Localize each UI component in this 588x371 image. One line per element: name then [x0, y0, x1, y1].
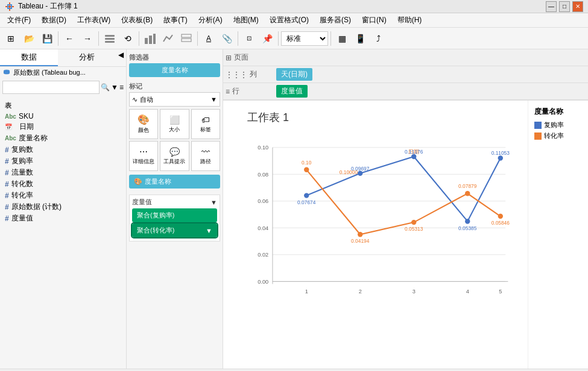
rows-chip[interactable]: 度量值 [276, 85, 308, 98]
window-controls: — □ ✕ [546, 1, 583, 12]
tab-data[interactable]: 数据 [0, 49, 58, 66]
point-repurchase-3[interactable] [411, 154, 416, 159]
view-dropdown[interactable]: 标准 整个视图 [281, 31, 328, 46]
forward-button[interactable]: → [79, 30, 96, 47]
filter-icon[interactable]: ▼ [111, 83, 118, 92]
marks-size-btn[interactable]: ⬜ 大小 [160, 109, 189, 139]
marks-label-btn[interactable]: 🏷 标签 [191, 109, 220, 139]
svg-rect-6 [105, 35, 115, 37]
bar-chart-button[interactable] [142, 30, 159, 47]
share-btn[interactable]: ⤴ [370, 30, 387, 47]
show-me-button[interactable] [160, 30, 177, 47]
search-input[interactable] [2, 81, 100, 94]
point-conversion-1[interactable] [304, 167, 309, 172]
legend-item-conversion[interactable]: 转化率 [534, 131, 582, 140]
point-conversion-3[interactable] [411, 220, 416, 225]
close-button[interactable]: ✕ [572, 1, 583, 12]
save-button[interactable]: 💾 [39, 30, 55, 47]
back-button[interactable]: ← [61, 30, 78, 47]
right-panel: ⊞ 页面 ⋮⋮⋮ 列 天(日期) ≡ 行 度量值 [223, 49, 588, 369]
degree-chip-conversion[interactable]: 聚合(转化率) ▼ [132, 223, 217, 237]
bottom-bar: 数据源 📊 📋 🗑 工作表 1 ▦ ⊞ ⊟ [0, 369, 588, 371]
format-button[interactable]: 📎 [218, 30, 235, 47]
svg-rect-8 [105, 41, 115, 43]
point-repurchase-2[interactable] [358, 170, 362, 175]
menu-file[interactable]: 文件(F) [2, 14, 36, 26]
columns-shelf-label: 列 [250, 69, 257, 80]
menu-analysis[interactable]: 分析(A) [194, 14, 227, 26]
columns-chip[interactable]: 天(日期) [276, 68, 312, 81]
point-conversion-4[interactable] [465, 191, 470, 196]
point-repurchase-1[interactable] [304, 193, 309, 198]
menu-help[interactable]: 帮助(H) [393, 14, 427, 26]
field-date[interactable]: 📅 日期 [5, 121, 121, 132]
svg-rect-13 [182, 39, 191, 42]
menu-worksheet[interactable]: 工作表(W) [72, 14, 115, 26]
marks-measure-chip[interactable]: 🎨 度量名称 [129, 175, 220, 189]
pin-button[interactable]: 📌 [259, 30, 276, 47]
highlight-button[interactable]: A [200, 30, 217, 47]
field-conversion-rate[interactable]: # 转化率 [5, 190, 121, 201]
marks-type-dropdown[interactable]: ∿ 自动 ▼ [129, 92, 220, 107]
menu-server[interactable]: 服务器(S) [315, 14, 356, 26]
svg-rect-9 [145, 38, 148, 44]
restore-button[interactable]: □ [559, 1, 570, 12]
columns-shelf-row: ⋮⋮⋮ 列 天(日期) [223, 66, 588, 83]
degree-chip-repurchase[interactable]: 聚合(复购率) [132, 208, 217, 222]
connect-button[interactable]: ⟲ [119, 30, 136, 47]
marks-path-btn[interactable]: 〰 路径 [191, 141, 220, 171]
svg-text:0.07674: 0.07674 [297, 199, 316, 205]
field-repurchase-rate[interactable]: # 复购率 [5, 155, 121, 167]
left-panel: 数据 分析 ◀ 原始数据 (Tableau bug... 🔍 ▼ ≡ 表 Abc [0, 49, 127, 369]
search-icon[interactable]: 🔍 [101, 83, 110, 92]
point-conversion-2[interactable] [358, 232, 362, 237]
field-measure-name[interactable]: Abc 度量名称 [5, 132, 121, 144]
point-conversion-5[interactable] [498, 214, 503, 219]
degree-expand-icon[interactable]: ▼ [210, 199, 217, 206]
fit-button[interactable]: ⊡ [241, 30, 258, 47]
menu-format[interactable]: 设置格式(O) [265, 14, 314, 26]
point-repurchase-5[interactable] [498, 155, 503, 160]
new-button[interactable]: ⊞ [2, 30, 19, 47]
filter-chip-measure-name[interactable]: 度量名称 [129, 63, 220, 77]
field-repurchase-count[interactable]: # 复购数 [5, 144, 121, 155]
marks-tooltip-btn[interactable]: 💬 工具提示 [160, 141, 189, 171]
field-measure-value[interactable]: # 度量值 [5, 213, 121, 224]
device-btn[interactable]: 📱 [352, 30, 368, 47]
tooltip-label: 工具提示 [163, 158, 185, 166]
field-raw-count[interactable]: # 原始数据 (计数) [5, 201, 121, 213]
field-traffic[interactable]: # 流量数 [5, 167, 121, 178]
menu-data[interactable]: 数据(D) [37, 14, 71, 26]
menu-window[interactable]: 窗口(N) [357, 14, 391, 26]
svg-text:5: 5 [499, 288, 502, 295]
legend-item-repurchase[interactable]: 复购率 [534, 120, 582, 129]
table-button[interactable] [178, 30, 195, 47]
degree-chip-arrow: ▼ [206, 227, 212, 234]
search-area: 🔍 ▼ ≡ [0, 78, 126, 96]
layout-icon[interactable]: ≡ [119, 83, 124, 92]
menu-story[interactable]: 故事(T) [159, 14, 192, 26]
collapse-left-btn[interactable]: ◀ [116, 49, 126, 66]
marks-section-title: 标记 [129, 82, 220, 91]
dashboard-btn[interactable]: ▦ [334, 30, 350, 47]
svg-text:0.06: 0.06 [258, 198, 268, 204]
page-icon: ⊞ [226, 54, 232, 62]
field-sku[interactable]: Abc SKU [5, 111, 121, 121]
menu-dashboard[interactable]: 仪表板(B) [116, 14, 157, 26]
path-icon: 〰 [201, 147, 210, 157]
svg-text:0.04194: 0.04194 [351, 238, 370, 244]
point-repurchase-4[interactable] [465, 219, 470, 223]
marks-color-btn[interactable]: 🎨 颜色 [129, 109, 158, 139]
menu-map[interactable]: 地图(M) [229, 14, 264, 26]
field-type-icon: # [5, 169, 9, 177]
field-conversion-count[interactable]: # 转化数 [5, 178, 121, 190]
marks-detail-btn[interactable]: ⋯ 详细信息 [129, 141, 158, 171]
datasource-row: 原始数据 (Tableau bug... [0, 67, 126, 78]
datasource-button[interactable] [101, 30, 118, 47]
tab-analysis[interactable]: 分析 [58, 49, 116, 66]
field-label: 流量数 [11, 167, 33, 178]
open-button[interactable]: 📂 [21, 30, 37, 47]
filter-section: 筛选器 度量名称 [129, 52, 220, 78]
minimize-button[interactable]: — [546, 1, 557, 12]
page-label-area: ⊞ 页面 [226, 52, 274, 63]
